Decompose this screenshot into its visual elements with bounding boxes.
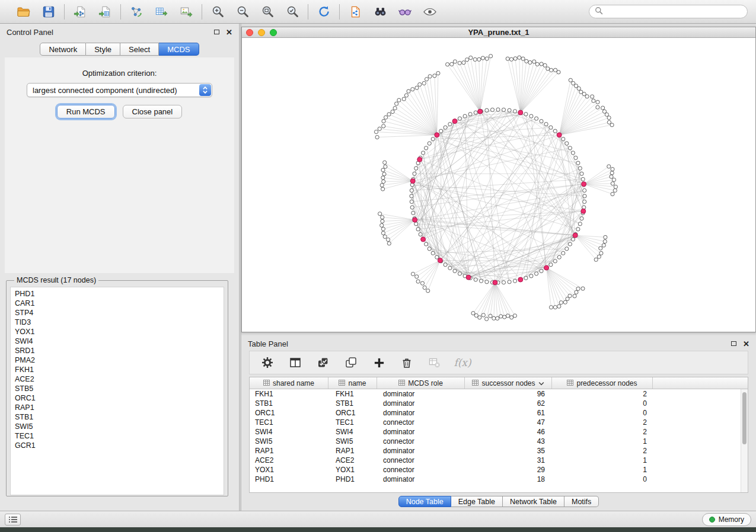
table-type-tabs: Node TableEdge TableNetwork TableMotifs	[241, 496, 756, 507]
mcds-node-item[interactable]: FKH1	[15, 365, 224, 374]
table-cell: FKH1	[328, 390, 377, 398]
mcds-node-item[interactable]: ACE2	[15, 374, 224, 384]
mcds-node-item[interactable]: SRD1	[15, 346, 224, 355]
mcds-node-item[interactable]: GCR1	[15, 441, 224, 450]
deselect-all-icon[interactable]	[344, 355, 358, 370]
tab-network[interactable]: Network	[40, 43, 86, 56]
table-row[interactable]: YOX1YOX1connector291	[250, 465, 748, 475]
table-header-row: shared namenameMCDS rolesuccessor nodesp…	[250, 377, 748, 389]
columns-icon[interactable]	[288, 355, 302, 370]
column-header-successor-nodes[interactable]: successor nodes	[465, 377, 552, 389]
search-input[interactable]	[606, 8, 742, 16]
table-row[interactable]: TEC1TEC1connector472	[250, 418, 748, 427]
tab-style[interactable]: Style	[86, 43, 120, 56]
mcds-node-item[interactable]: PMA2	[15, 355, 224, 365]
zoom-out-icon[interactable]	[235, 4, 250, 20]
mcds-node-item[interactable]: SWI4	[15, 336, 224, 346]
window-close-button[interactable]	[246, 29, 253, 36]
table-cell: dominator	[377, 390, 465, 398]
function-builder-icon[interactable]: f(x)	[455, 355, 470, 370]
memory-button[interactable]: Memory	[702, 513, 751, 526]
mcds-node-item[interactable]: ORC1	[15, 393, 224, 403]
network-canvas[interactable]	[242, 38, 755, 332]
select-all-icon[interactable]	[316, 355, 330, 370]
refresh-icon[interactable]	[316, 4, 331, 20]
window-minimize-button[interactable]	[258, 29, 265, 36]
table-scrollbar-thumb[interactable]	[742, 392, 747, 444]
zoom-selected-icon[interactable]	[285, 4, 300, 20]
window-zoom-button[interactable]	[270, 29, 277, 36]
zoom-fit-icon[interactable]	[260, 4, 275, 20]
mcds-result-list[interactable]: PHD1CAR1STP4TID3YOX1SWI4SRD1PMA2FKH1ACE2…	[10, 287, 224, 495]
delete-icon[interactable]	[400, 355, 414, 370]
main-toolbar	[0, 0, 756, 24]
column-header-predecessor-nodes[interactable]: predecessor nodes	[552, 377, 653, 389]
table-scrollbar[interactable]	[741, 389, 748, 492]
export-image-icon[interactable]	[178, 4, 194, 20]
table-cell: 29	[465, 466, 552, 474]
mcds-node-item[interactable]: STP4	[15, 308, 224, 318]
share-document-icon[interactable]	[347, 4, 363, 20]
column-label: MCDS role	[408, 379, 443, 387]
table-row[interactable]: ACE2ACE2connector311	[250, 456, 748, 465]
mcds-node-item[interactable]: PHD1	[15, 289, 224, 299]
zoom-in-icon[interactable]	[210, 4, 225, 20]
column-header-name[interactable]: name	[328, 377, 377, 389]
column-header-shared-name[interactable]: shared name	[250, 377, 328, 389]
tab-motifs[interactable]: Motifs	[564, 496, 599, 507]
table-row[interactable]: FKH1FKH1dominator962	[250, 389, 748, 399]
mcds-node-item[interactable]: RAP1	[15, 403, 224, 412]
close-table-panel-icon[interactable]: ✕	[743, 340, 749, 348]
table-row[interactable]: STB1STB1dominator620	[250, 399, 748, 408]
export-table-icon[interactable]	[154, 4, 169, 20]
mcds-panel-content: Optimization criterion: largest connecte…	[5, 57, 234, 273]
mcds-node-item[interactable]: SWI5	[15, 422, 224, 431]
float-table-panel-icon[interactable]	[731, 341, 736, 346]
table-row[interactable]: PHD1PHD1dominator180	[250, 475, 748, 484]
tab-node-table[interactable]: Node Table	[398, 496, 451, 507]
mcds-node-item[interactable]: STB5	[15, 384, 224, 393]
import-network-icon[interactable]	[72, 4, 88, 20]
search-network-icon[interactable]	[372, 4, 388, 20]
eye-icon[interactable]	[422, 4, 438, 20]
table-row[interactable]: RAP1RAP1dominator352	[250, 446, 748, 456]
mcds-node-item[interactable]: STB1	[15, 412, 224, 422]
settings-icon[interactable]	[260, 355, 275, 370]
mcds-node-item[interactable]: YOX1	[15, 327, 224, 336]
mcds-node-item[interactable]: TID3	[15, 318, 224, 327]
delete-table-icon[interactable]	[428, 355, 442, 370]
import-table-icon[interactable]	[97, 4, 113, 20]
table-cell: 0	[552, 399, 653, 408]
tab-mcds[interactable]: MCDS	[159, 43, 199, 56]
close-panel-button[interactable]: Close panel	[123, 105, 183, 118]
table-cell: SWI4	[328, 428, 377, 436]
table-row[interactable]: SWI5SWI5connector431	[250, 437, 748, 446]
sort-chevron-icon[interactable]	[538, 379, 544, 387]
float-panel-icon[interactable]	[214, 30, 219, 34]
mcds-node-item[interactable]: CAR1	[15, 299, 224, 308]
run-mcds-button[interactable]: Run MCDS	[57, 105, 115, 118]
fx-label: f(x)	[454, 357, 471, 368]
table-cell: 1	[552, 437, 653, 446]
open-file-icon[interactable]	[16, 4, 31, 20]
table-grid-icon	[567, 379, 573, 387]
table-cell: TEC1	[328, 418, 377, 427]
add-icon[interactable]	[372, 355, 386, 370]
table-cell: 46	[465, 428, 552, 436]
toolbar-group	[202, 4, 308, 20]
tab-network-table[interactable]: Network Table	[503, 496, 564, 507]
panel-menu-button[interactable]	[5, 514, 21, 525]
save-icon[interactable]	[41, 4, 56, 20]
close-panel-icon[interactable]: ✕	[226, 28, 232, 36]
new-network-icon[interactable]	[129, 4, 144, 20]
tab-edge-table[interactable]: Edge Table	[451, 496, 503, 507]
criterion-dropdown[interactable]: largest connected component (undirected)	[27, 83, 212, 97]
network-window-titlebar[interactable]: YPA_prune.txt_1	[242, 27, 755, 38]
mcds-node-item[interactable]: TEC1	[15, 431, 224, 441]
table-row[interactable]: SWI4SWI4dominator462	[250, 427, 748, 437]
glasses-icon[interactable]	[397, 4, 413, 20]
table-row[interactable]: ORC1ORC1dominator610	[250, 408, 748, 418]
column-header-MCDS-role[interactable]: MCDS role	[377, 377, 465, 389]
tab-select[interactable]: Select	[120, 43, 159, 56]
search-box[interactable]	[589, 5, 748, 18]
